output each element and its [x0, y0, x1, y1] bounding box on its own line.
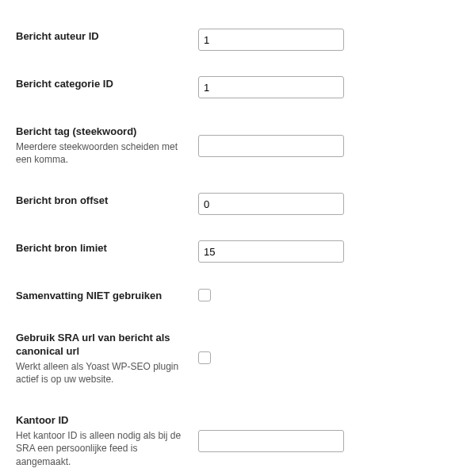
label-author-id: Bericht auteur ID — [16, 16, 198, 63]
input-source-offset[interactable] — [198, 193, 344, 215]
label-sra-canonical: Gebruik SRA url van bericht als canonica… — [16, 317, 198, 400]
label-tag: Bericht tag (steekwoord) Meerdere steekw… — [16, 111, 198, 180]
description-office-id: Het kantoor ID is alleen nodig als bij d… — [16, 429, 190, 468]
row-source-offset: Bericht bron offset — [16, 180, 443, 228]
checkbox-sra-canonical[interactable] — [198, 351, 211, 364]
input-category-id[interactable] — [198, 76, 344, 98]
label-source-offset: Bericht bron offset — [16, 180, 198, 228]
label-source-limit: Bericht bron limiet — [16, 228, 198, 275]
description-tag: Meerdere steekwoorden scheiden met een k… — [16, 140, 190, 166]
label-no-summary: Samenvatting NIET gebruiken — [16, 275, 198, 317]
row-source-limit: Bericht bron limiet — [16, 228, 443, 275]
row-category-id: Bericht categorie ID — [16, 63, 443, 111]
input-source-limit[interactable] — [198, 240, 344, 263]
row-sra-canonical: Gebruik SRA url van bericht als canonica… — [16, 317, 443, 400]
description-sra-canonical: Werkt alleen als Yoast WP-SEO plugin act… — [16, 360, 190, 386]
label-category-id: Bericht categorie ID — [16, 63, 198, 111]
row-author-id: Bericht auteur ID — [16, 16, 443, 63]
checkbox-no-summary[interactable] — [198, 289, 211, 301]
settings-form: Bericht auteur ID Bericht categorie ID B… — [16, 16, 443, 476]
input-office-id[interactable] — [198, 430, 344, 452]
row-office-id: Kantoor ID Het kantoor ID is alleen nodi… — [16, 400, 443, 476]
input-author-id[interactable] — [198, 29, 344, 51]
input-tag[interactable] — [198, 135, 344, 157]
row-no-summary: Samenvatting NIET gebruiken — [16, 275, 443, 317]
row-tag: Bericht tag (steekwoord) Meerdere steekw… — [16, 111, 443, 180]
label-office-id: Kantoor ID Het kantoor ID is alleen nodi… — [16, 400, 198, 476]
